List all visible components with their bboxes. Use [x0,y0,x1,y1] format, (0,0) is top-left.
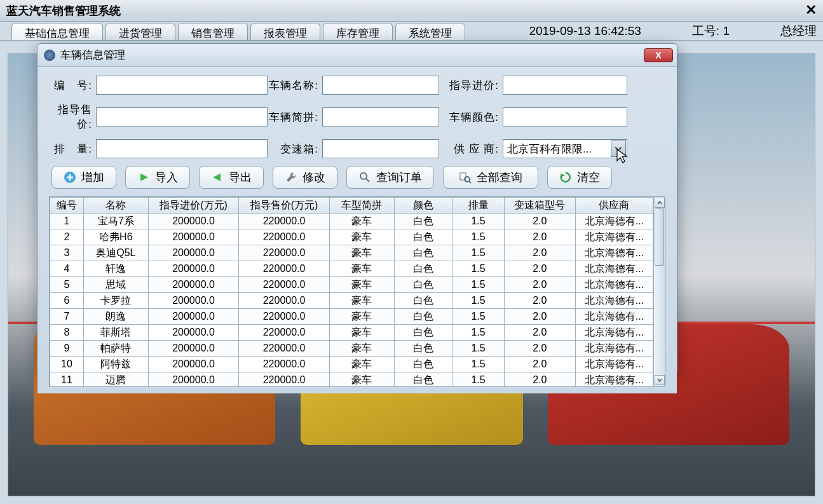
scroll-thumb[interactable] [655,208,664,266]
table-cell: 北京海德有... [575,309,653,325]
th-sup[interactable]: 供应商 [575,198,653,214]
table-cell: 北京海德有... [575,341,653,357]
table-row[interactable]: 8菲斯塔200000.0220000.0豪车白色1.52.0北京海德有... [50,325,653,341]
table-cell: 220000.0 [239,341,330,357]
table-cell: 9 [50,341,84,357]
svg-point-1 [360,173,367,179]
table-row[interactable]: 2哈弗H6200000.0220000.0豪车白色1.52.0北京海德有... [50,229,653,245]
tab-basic-info[interactable]: 基础信息管理 [11,23,103,40]
arrow-right-icon [137,171,150,184]
table-cell: 2.0 [504,277,575,293]
table-cell: 1.5 [452,293,504,309]
export-button[interactable]: 导出 [199,166,264,189]
table-cell: 200000.0 [148,245,239,261]
tab-inventory[interactable]: 库存管理 [323,23,393,40]
table-row[interactable]: 4轩逸200000.0220000.0豪车白色1.52.0北京海德有... [50,261,653,277]
table-cell: 豪车 [329,357,394,372]
table-cell: 2.0 [504,325,575,341]
table-cell: 1 [50,214,84,229]
table-cell: 2.0 [504,245,575,261]
table-cell: 豪车 [329,325,394,341]
table-cell: 6 [50,293,84,309]
th-name[interactable]: 名称 [83,198,148,214]
plus-icon [64,171,76,184]
main-close-button[interactable]: ✕ [803,3,819,19]
table-cell: 北京海德有... [575,261,653,277]
table-cell: 白色 [394,372,452,388]
th-out[interactable]: 指导售价(万元) [239,198,330,214]
label-name: 车辆名称: [268,78,322,93]
table-row[interactable]: 1宝马7系200000.0220000.0豪车白色1.52.0北京海德有... [50,214,653,229]
th-id[interactable]: 编号 [50,198,84,214]
input-purchase-price[interactable] [503,76,627,95]
table-cell: 2.0 [504,357,575,372]
modify-button[interactable]: 修改 [273,166,337,189]
clear-button[interactable]: 清空 [547,166,612,189]
table-cell: 2.0 [504,214,575,229]
search-all-icon [459,171,472,184]
table-cell: 1.5 [452,325,504,341]
table-cell: 北京海德有... [575,372,653,388]
select-supplier-dropdown-button[interactable] [611,140,626,157]
table-cell: 白色 [394,245,452,261]
status-datetime: 2019-09-13 16:42:53 [529,24,641,38]
dialog-close-button[interactable]: X [644,48,673,62]
table-cell: 奥迪Q5L [83,245,148,261]
tab-purchase[interactable]: 进货管理 [105,23,175,40]
table-cell: 200000.0 [148,277,239,293]
table-row[interactable]: 7朗逸200000.0220000.0豪车白色1.52.0北京海德有... [50,309,653,325]
table-cell: 200000.0 [148,261,239,277]
table-cell: 哈弗H6 [83,229,148,245]
table-cell: 200000.0 [148,309,239,325]
input-name[interactable] [322,76,439,95]
th-py[interactable]: 车型简拼 [329,198,394,214]
th-in[interactable]: 指导进价(万元) [148,198,239,214]
table-row[interactable]: 11迈腾200000.0220000.0豪车白色1.52.0北京海德有... [50,372,653,388]
search-icon [358,171,371,184]
tab-system[interactable]: 系统管理 [395,23,465,40]
table-cell: 220000.0 [239,261,330,277]
table-cell: 2.0 [504,341,575,357]
input-color[interactable] [503,107,627,126]
table-row[interactable]: 10阿特兹200000.0220000.0豪车白色1.52.0北京海德有... [50,357,653,372]
input-pinyin[interactable] [322,107,439,126]
vehicle-info-dialog: 车辆信息管理 X 编 号: 车辆名称: 指导进价: [37,43,677,374]
table-cell: 200000.0 [148,293,239,309]
label-id: 编 号: [49,78,96,93]
table-cell: 220000.0 [239,277,330,293]
query-all-button[interactable]: 全部查询 [443,166,538,189]
table-cell: 2 [50,229,84,245]
table-cell: 200000.0 [148,372,239,388]
vehicle-table: 编号 名称 指导进价(万元) 指导售价(万元) 车型简拼 颜色 排量 变速箱型号… [50,197,653,387]
th-color[interactable]: 颜色 [394,198,452,214]
table-cell: 1.5 [452,277,504,293]
query-order-button[interactable]: 查询订单 [346,166,434,189]
table-cell: 2.0 [504,293,575,309]
table-cell: 白色 [394,309,452,325]
table-cell: 220000.0 [239,309,330,325]
scroll-down-button[interactable] [655,375,665,385]
input-displacement[interactable] [96,139,268,158]
table-cell: 白色 [394,214,452,229]
add-button[interactable]: 增加 [51,166,116,189]
input-sale-price[interactable] [96,107,268,126]
table-cell: 220000.0 [239,357,330,372]
table-row[interactable]: 6卡罗拉200000.0220000.0豪车白色1.52.0北京海德有... [50,293,653,309]
tab-sales[interactable]: 销售管理 [178,23,248,40]
input-gearbox[interactable] [322,139,439,158]
select-supplier[interactable]: 北京百科有限限... [503,139,627,158]
table-cell: 220000.0 [239,245,330,261]
th-gear[interactable]: 变速箱型号 [504,198,575,214]
table-cell: 220000.0 [239,214,330,229]
label-supplier: 供 应 商: [439,142,503,156]
scroll-up-button[interactable] [655,198,665,208]
table-row[interactable]: 3奥迪Q5L200000.0220000.0豪车白色1.52.0北京海德有... [50,245,653,261]
input-id[interactable] [96,76,268,95]
vertical-scrollbar[interactable] [653,197,665,386]
table-row[interactable]: 9帕萨特200000.0220000.0豪车白色1.52.0北京海德有... [50,341,653,357]
tab-report[interactable]: 报表管理 [250,23,320,40]
import-button[interactable]: 导入 [125,166,190,189]
table-cell: 2.0 [504,309,575,325]
th-cc[interactable]: 排量 [452,198,504,214]
table-row[interactable]: 5思域200000.0220000.0豪车白色1.52.0北京海德有... [50,277,653,293]
